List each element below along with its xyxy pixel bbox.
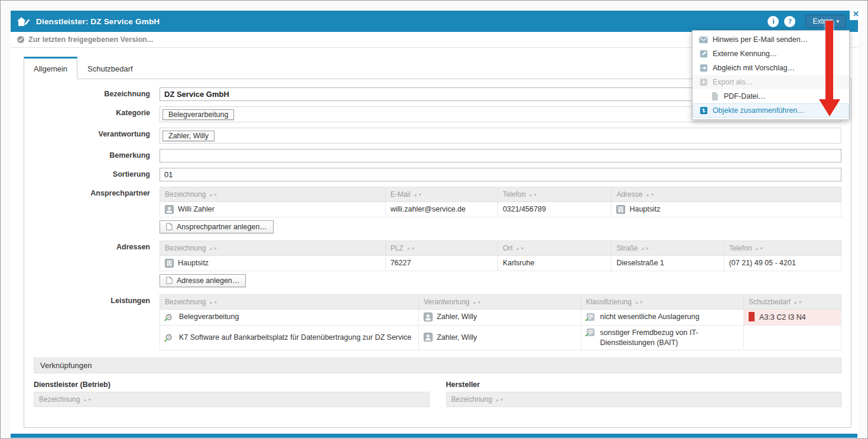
service-owner: Zahler, Willy bbox=[437, 333, 477, 343]
table-row[interactable]: Hauptsitz 76227 Karlsruhe Dieselstraße 1… bbox=[160, 255, 841, 271]
person-icon bbox=[165, 205, 174, 214]
extras-button-label: Extras bbox=[812, 17, 833, 25]
kategorie-label: Kategorie bbox=[34, 106, 160, 117]
tab-schutzbedarf[interactable]: Schutzbedarf bbox=[77, 57, 143, 79]
service-gear-check-icon: ⚙✓ bbox=[165, 313, 175, 322]
column-header-telefon[interactable]: Telefon▲▼ bbox=[724, 240, 841, 255]
address-telefon: (07 21) 49 05 - 4201 bbox=[724, 255, 841, 271]
verknuepfungen-section-header: Verknüpfungen bbox=[34, 357, 841, 373]
ansprechpartner-table: Bezeichnung▲▼ E-Mail▲▼ Telefon▲▼ Adresse… bbox=[160, 187, 841, 217]
sort-icon: ▲▼ bbox=[641, 246, 650, 251]
column-header-ort[interactable]: Ort▲▼ bbox=[498, 240, 612, 255]
info-icon[interactable]: i bbox=[768, 16, 779, 27]
schutzbedarf-cell bbox=[744, 325, 841, 350]
window-title: Dienstleister: DZ Service GmbH bbox=[36, 17, 160, 26]
menu-item-objekte-zusammenfuehren[interactable]: Objekte zusammenführen… bbox=[693, 103, 849, 118]
close-icon[interactable]: ✕ bbox=[850, 8, 862, 20]
column-header-schutzbedarf[interactable]: Schutzbedarf▲▼ bbox=[744, 294, 841, 309]
edit-icon bbox=[699, 50, 708, 58]
column-header-bezeichnung[interactable]: Bezeichnung▲▼ bbox=[160, 294, 419, 309]
schutzbedarf-cell: A3:3 C2 I3 N4 bbox=[744, 309, 841, 325]
hersteller-label: Hersteller bbox=[446, 381, 842, 389]
version-link-label: Zur letzten freigegebenen Version... bbox=[28, 35, 153, 44]
column-header-email[interactable]: E-Mail▲▼ bbox=[385, 187, 498, 202]
service-classification: nicht wesentliche Auslagerung bbox=[600, 312, 700, 322]
title-bar: Dienstleister: DZ Service GmbH i ? Extra… bbox=[11, 11, 858, 32]
sort-icon: ▲▼ bbox=[83, 398, 92, 402]
contact-phone: 0321/456789 bbox=[498, 202, 612, 217]
address-ort: Karlsruhe bbox=[498, 255, 612, 271]
window-bottom-edge bbox=[11, 434, 857, 438]
verantwortung-token-field[interactable]: Zahler, Willy bbox=[160, 128, 841, 144]
sort-icon: ▲▼ bbox=[209, 300, 218, 304]
column-header-telefon[interactable]: Telefon▲▼ bbox=[498, 187, 612, 202]
bemerkung-label: Bemerkung bbox=[34, 149, 160, 160]
app-frame: Dienstleister: DZ Service GmbH i ? Extra… bbox=[0, 0, 868, 439]
classification-check-icon: ✓ bbox=[586, 328, 596, 337]
building-icon bbox=[616, 205, 625, 214]
table-row[interactable]: Willi Zahler willi.zahler@service.de 032… bbox=[160, 202, 841, 217]
column-header-klassifizierung[interactable]: Klassifizierung▲▼ bbox=[581, 294, 744, 309]
column-header-strasse[interactable]: Straße▲▼ bbox=[612, 240, 724, 255]
classification-check-icon: ✓ bbox=[586, 313, 596, 322]
column-header-verantwortung[interactable]: Verantwortung▲▼ bbox=[419, 294, 581, 309]
extras-button[interactable]: Extras ▾ bbox=[805, 15, 846, 28]
leistungen-table: Bezeichnung▲▼ Verantwortung▲▼ Klassifizi… bbox=[160, 294, 841, 351]
tab-content-allgemein: Bezeichnung Kategorie Belegverarbeitung … bbox=[24, 79, 851, 428]
compare-icon bbox=[699, 64, 708, 72]
add-contact-button[interactable]: Ansprechpartner anlegen… bbox=[160, 220, 274, 233]
last-released-version-link[interactable]: Zur letzten freigegebenen Version... bbox=[17, 35, 153, 44]
sortierung-input[interactable] bbox=[160, 168, 841, 181]
sort-icon: ▲▼ bbox=[635, 300, 644, 304]
merge-objects-icon bbox=[699, 106, 708, 115]
column-header-adresse[interactable]: Adresse▲▼ bbox=[612, 187, 841, 202]
sort-icon: ▲▼ bbox=[516, 246, 525, 251]
verantwortung-label: Verantwortung bbox=[34, 128, 160, 138]
sort-icon: ▲▼ bbox=[529, 193, 538, 197]
sort-icon: ▲▼ bbox=[495, 398, 505, 402]
table-row[interactable]: ⚙✓ Belegverarbeitung Zahler, Willy ✓ bbox=[160, 309, 841, 325]
menu-item-pdf-datei[interactable]: PDF-Datei… bbox=[693, 89, 849, 103]
check-circle-icon bbox=[17, 35, 25, 44]
sort-icon: ▲▼ bbox=[645, 193, 655, 197]
kategorie-chip[interactable]: Belegverarbeitung bbox=[162, 109, 234, 120]
menu-item-hinweis-per-email-senden[interactable]: Hinweis per E-Mail senden… bbox=[693, 32, 849, 47]
service-name: Belegverarbeitung bbox=[179, 312, 239, 322]
verantwortung-chip[interactable]: Zahler, Willy bbox=[162, 131, 214, 141]
export-icon bbox=[699, 78, 708, 86]
menu-item-abgleich-mit-vorschlag[interactable]: Abgleich mit Vorschlag… bbox=[693, 61, 849, 75]
help-icon[interactable]: ? bbox=[784, 16, 795, 27]
menu-item-externe-kennung[interactable]: Externe Kennung… bbox=[693, 47, 849, 61]
service-owner: Zahler, Willy bbox=[437, 312, 477, 322]
sort-icon: ▲▼ bbox=[209, 246, 218, 251]
column-header-bezeichnung[interactable]: Bezeichnung▲▼ bbox=[160, 240, 386, 255]
bezeichnung-label: Bezeichnung bbox=[34, 87, 160, 98]
menu-item-export-als: Export als… bbox=[693, 75, 849, 89]
column-header-plz[interactable]: PLZ▲▼ bbox=[385, 240, 498, 255]
adressen-table: Bezeichnung▲▼ PLZ▲▼ Ort▲▼ Straße▲▼ Telef… bbox=[160, 240, 841, 271]
add-address-button[interactable]: Adresse anlegen… bbox=[160, 274, 246, 287]
column-header-bezeichnung[interactable]: Bezeichnung▲▼ bbox=[446, 392, 842, 407]
adressen-label: Adressen bbox=[34, 240, 160, 251]
column-header-bezeichnung[interactable]: Bezeichnung▲▼ bbox=[160, 187, 386, 202]
sort-icon: ▲▼ bbox=[414, 193, 423, 197]
building-icon bbox=[165, 259, 174, 268]
table-row[interactable]: ⚙✓ K7 Software auf Bankarbeitsplatz für … bbox=[160, 325, 841, 350]
mail-icon bbox=[699, 37, 708, 43]
column-header-bezeichnung[interactable]: Bezeichnung▲▼ bbox=[34, 392, 430, 407]
bemerkung-input[interactable] bbox=[160, 149, 841, 162]
address-strasse: Dieselstraße 1 bbox=[612, 255, 724, 271]
extras-dropdown-menu: Hinweis per E-Mail senden… Externe Kennu… bbox=[692, 30, 850, 120]
chevron-down-icon: ▾ bbox=[836, 18, 839, 24]
tab-allgemein[interactable]: Allgemein bbox=[24, 57, 77, 79]
service-name: K7 Software auf Bankarbeitsplatz für Dat… bbox=[179, 333, 411, 343]
sort-icon: ▲▼ bbox=[407, 246, 416, 251]
sort-icon: ▲▼ bbox=[209, 193, 218, 197]
dienstleister-betrieb-label: Dienstleister (Betrieb) bbox=[34, 381, 430, 389]
contact-email: willi.zahler@service.de bbox=[385, 202, 498, 217]
service-classification: sonstiger Fremdbezug von IT-Dienstleistu… bbox=[600, 328, 739, 348]
service-provider-edit-icon bbox=[17, 16, 31, 27]
titlebar-actions: i ? Extras ▾ bbox=[768, 15, 852, 28]
risk-badge bbox=[749, 312, 755, 321]
sort-icon: ▲▼ bbox=[794, 300, 803, 304]
